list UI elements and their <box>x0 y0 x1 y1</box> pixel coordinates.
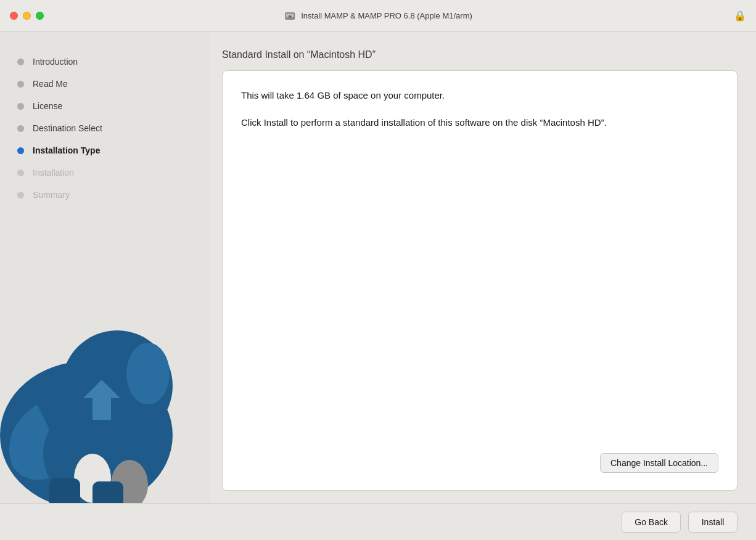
elephant-illustration <box>0 306 197 503</box>
window-controls <box>10 12 44 20</box>
content-subtitle: Standard Install on “Macintosh HD” <box>222 49 738 60</box>
go-back-button[interactable]: Go Back <box>622 512 681 533</box>
content-text: This will take 1.64 GB of space on your … <box>241 88 718 130</box>
sidebar-item-read-me[interactable]: Read Me <box>12 73 197 95</box>
sidebar-nav: Introduction Read Me License Destination… <box>12 51 197 206</box>
dot-summary <box>17 192 24 198</box>
content-paragraph-1: This will take 1.64 GB of space on your … <box>241 88 718 103</box>
svg-rect-9 <box>92 481 123 503</box>
change-install-location-button[interactable]: Change Install Location... <box>600 453 718 473</box>
sidebar-item-installation-type[interactable]: Installation Type <box>12 139 197 162</box>
sidebar-label-introduction: Introduction <box>33 57 78 67</box>
lock-icon: 🔒 <box>734 10 746 22</box>
maximize-button[interactable] <box>36 12 44 20</box>
content-box: This will take 1.64 GB of space on your … <box>222 70 738 491</box>
dot-license <box>17 103 24 110</box>
minimize-button[interactable] <box>23 12 31 20</box>
installer-icon <box>284 10 296 22</box>
sidebar-item-installation[interactable]: Installation <box>12 162 197 184</box>
dot-installation <box>17 170 24 176</box>
sidebar: Introduction Read Me License Destination… <box>0 32 210 503</box>
sidebar-label-installation: Installation <box>33 168 74 178</box>
sidebar-label-destination-select: Destination Select <box>33 123 102 133</box>
content-paragraph-2: Click Install to perform a standard inst… <box>241 115 718 130</box>
dot-destination-select <box>17 125 24 132</box>
svg-rect-8 <box>49 478 80 503</box>
window-title: Install MAMP & MAMP PRO 6.8 (Apple M1/ar… <box>301 11 472 20</box>
content-area: Standard Install on “Macintosh HD” This … <box>210 32 756 503</box>
sidebar-item-summary[interactable]: Summary <box>12 184 197 206</box>
bottom-bar: Go Back Install <box>0 503 756 540</box>
titlebar: Install MAMP & MAMP PRO 6.8 (Apple M1/ar… <box>0 0 756 32</box>
sidebar-label-read-me: Read Me <box>33 79 68 89</box>
sidebar-label-installation-type: Installation Type <box>33 145 100 155</box>
window-title-area: Install MAMP & MAMP PRO 6.8 (Apple M1/ar… <box>284 10 472 22</box>
content-actions: Change Install Location... <box>241 453 718 473</box>
main-content: Introduction Read Me License Destination… <box>0 32 756 503</box>
titlebar-right: 🔒 <box>734 10 746 22</box>
dot-installation-type <box>17 147 24 154</box>
sidebar-item-destination-select[interactable]: Destination Select <box>12 117 197 139</box>
sidebar-item-introduction[interactable]: Introduction <box>12 51 197 73</box>
sidebar-label-summary: Summary <box>33 190 70 200</box>
install-button[interactable]: Install <box>688 512 738 533</box>
dot-read-me <box>17 81 24 88</box>
sidebar-label-license: License <box>33 101 62 111</box>
dot-introduction <box>17 59 24 65</box>
sidebar-item-license[interactable]: License <box>12 95 197 117</box>
close-button[interactable] <box>10 12 18 20</box>
svg-point-5 <box>126 343 170 404</box>
